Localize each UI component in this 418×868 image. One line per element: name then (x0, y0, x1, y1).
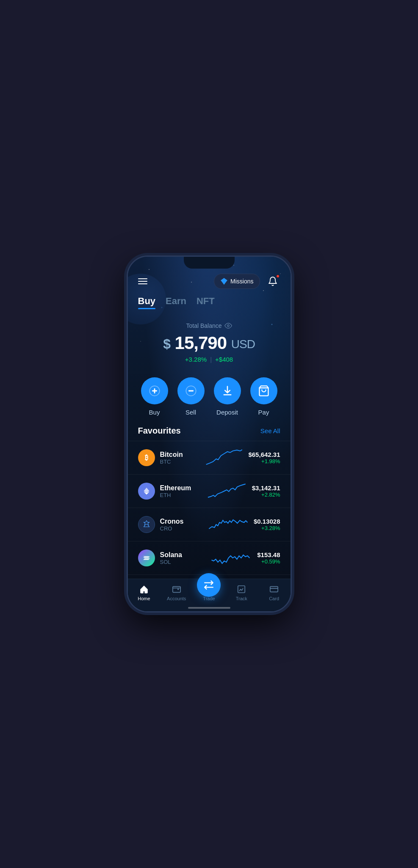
accounts-icon (172, 584, 182, 594)
cro-logo (138, 516, 155, 533)
tab-earn[interactable]: Earn (166, 296, 186, 309)
nav-trade[interactable]: Trade (193, 582, 225, 603)
balance-change-abs: +$408 (215, 356, 233, 363)
sol-price-change: +0.59% (257, 558, 280, 565)
tabs: Buy Earn NFT (128, 296, 291, 309)
missions-label: Missions (230, 278, 253, 285)
track-icon (236, 584, 246, 594)
cro-symbol-text: CRO (160, 525, 203, 532)
eth-symbol (142, 487, 151, 495)
nav-card[interactable]: Card (258, 582, 291, 603)
cro-price: $0.13028 +3.28% (254, 518, 280, 531)
sol-logo (138, 549, 155, 566)
pay-action[interactable]: Pay (250, 377, 277, 416)
eye-icon[interactable] (224, 322, 232, 330)
btc-chart (204, 447, 244, 468)
deposit-label: Deposit (216, 409, 238, 416)
plus-icon (149, 385, 161, 397)
svg-rect-3 (173, 587, 180, 593)
btc-symbol: BTC (160, 459, 200, 465)
btc-price-change: +1.98% (248, 458, 280, 464)
btc-info: Bitcoin BTC (160, 451, 200, 465)
crypto-item-btc[interactable]: ₿ Bitcoin BTC $65,642.31 +1.98% (128, 441, 291, 474)
wallet-svg (172, 585, 181, 594)
track-svg (237, 585, 246, 594)
nav-home[interactable]: Home (128, 582, 161, 603)
balance-section: Total Balance $ 15,790 USD +3.28% | +$40… (128, 318, 291, 373)
bag-icon (258, 385, 270, 397)
tab-buy[interactable]: Buy (138, 296, 156, 309)
svg-rect-4 (238, 586, 245, 593)
buy-action[interactable]: Buy (141, 377, 168, 416)
balance-change-pct: +3.28% (185, 356, 207, 363)
crypto-item-sol[interactable]: Solana SOL $153.48 +0.59% (128, 541, 291, 575)
nav-home-label: Home (138, 596, 150, 601)
minus-circle-icon (185, 385, 197, 397)
nav-track[interactable]: Track (225, 582, 258, 603)
menu-button[interactable] (138, 278, 147, 284)
nav-card-label: Card (269, 596, 279, 601)
phone-frame: Missions Buy Earn NFT (127, 255, 292, 613)
tab-nft[interactable]: NFT (197, 296, 215, 309)
actions: Buy Sell Deposit (128, 373, 291, 426)
card-svg (269, 585, 279, 594)
card-icon (269, 584, 279, 594)
cro-price-value: $0.13028 (254, 518, 280, 525)
sol-symbol (142, 555, 151, 561)
eth-symbol-text: ETH (160, 492, 202, 498)
eth-price: $3,142.31 +2.82% (252, 484, 280, 498)
home-indicator (188, 607, 230, 609)
crypto-item-cro[interactable]: Cronos CRO $0.13028 +3.28% (128, 508, 291, 541)
home-icon (139, 584, 149, 594)
sol-chart (208, 547, 253, 569)
trade-fab[interactable] (197, 573, 221, 597)
btc-price-value: $65,642.31 (248, 451, 280, 458)
sell-action[interactable]: Sell (177, 377, 205, 416)
missions-button[interactable]: Missions (214, 274, 260, 289)
btc-logo: ₿ (138, 449, 155, 466)
favourites-title: Favourites (138, 426, 181, 436)
bottom-nav: Home Accounts (128, 579, 291, 611)
eth-info: Ethereum ETH (160, 484, 202, 498)
cro-symbol (142, 520, 151, 529)
eth-price-change: +2.82% (252, 492, 280, 498)
pay-label: Pay (258, 409, 269, 416)
eth-chart (206, 481, 248, 502)
sol-info: Solana SOL (160, 551, 205, 565)
buy-label: Buy (149, 409, 160, 416)
balance-label: Total Balance (138, 322, 280, 330)
bell-icon (268, 276, 278, 286)
notification-button[interactable] (265, 274, 280, 289)
crypto-item-eth[interactable]: Ethereum ETH $3,142.31 +2.82% (128, 474, 291, 508)
trade-icon (203, 580, 214, 591)
balance-amount: $ 15,790 USD (138, 333, 280, 353)
nav-accounts[interactable]: Accounts (160, 582, 193, 603)
home-svg (139, 585, 149, 594)
diamond-icon (220, 277, 228, 285)
notification-dot (276, 275, 280, 278)
nav-track-label: Track (236, 596, 247, 601)
eth-logo (138, 483, 155, 500)
eth-price-value: $3,142.31 (252, 484, 280, 492)
cro-price-change: +3.28% (254, 525, 280, 531)
cro-chart (207, 514, 249, 535)
favourites-header: Favourites See All (128, 426, 291, 441)
svg-point-0 (227, 325, 229, 327)
sol-symbol-text: SOL (160, 559, 205, 565)
see-all-button[interactable]: See All (260, 427, 280, 434)
sell-label: Sell (185, 409, 196, 416)
pay-circle (250, 377, 277, 404)
header: Missions (128, 257, 291, 296)
btc-name: Bitcoin (160, 451, 200, 459)
cro-info: Cronos CRO (160, 518, 203, 532)
buy-circle (141, 377, 168, 404)
deposit-action[interactable]: Deposit (214, 377, 241, 416)
crypto-list: ₿ Bitcoin BTC $65,642.31 +1.98% (128, 441, 291, 579)
btc-price: $65,642.31 +1.98% (248, 451, 280, 464)
balance-divider: | (210, 356, 212, 363)
app-content: Missions Buy Earn NFT (128, 257, 291, 611)
sol-name: Solana (160, 551, 205, 559)
nav-accounts-label: Accounts (167, 596, 186, 601)
cro-name: Cronos (160, 518, 203, 525)
sol-price-value: $153.48 (257, 551, 280, 558)
